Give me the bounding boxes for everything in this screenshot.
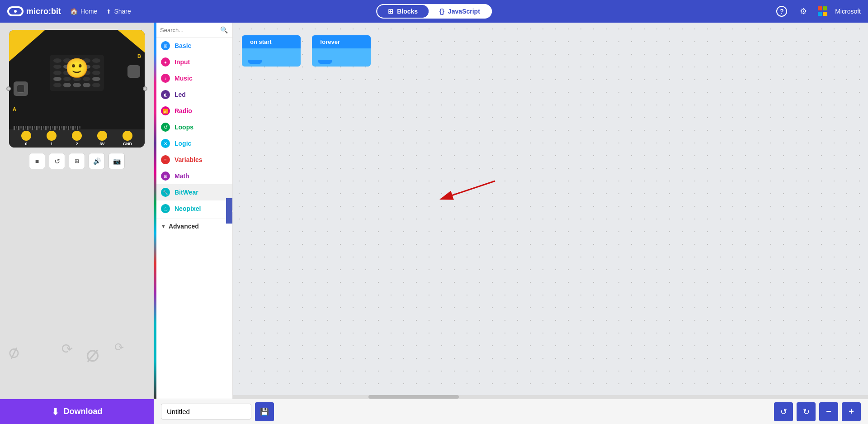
header-right: ? ⚙ Microsoft: [774, 4, 861, 19]
microsoft-label: Microsoft: [835, 8, 861, 15]
download-label: Download: [64, 407, 103, 416]
forever-header: forever: [312, 35, 371, 48]
chevron-down-icon: ▼: [161, 224, 166, 229]
save-icon: 💾: [260, 407, 269, 416]
save-button[interactable]: 💾: [255, 402, 274, 421]
screenshot-button[interactable]: 📷: [108, 153, 125, 169]
music-icon: ♪: [161, 74, 170, 83]
settings-button[interactable]: ⚙: [796, 4, 811, 19]
input-label: Input: [175, 58, 190, 66]
header: micro:bit 🏠 Home ⬆ Share ⊞ Blocks {} Jav…: [0, 0, 868, 23]
button-a[interactable]: [14, 81, 28, 96]
fullscreen-button[interactable]: ⊞: [69, 153, 85, 169]
redo-icon: ↻: [803, 407, 810, 417]
button-b[interactable]: [127, 65, 140, 78]
nav-share[interactable]: ⬆ Share: [106, 8, 131, 15]
forever-block[interactable]: forever: [312, 35, 371, 67]
simulator-controls: ■ ↺ ⊞ 🔊 📷: [29, 153, 125, 169]
pin-gnd: GND: [123, 131, 132, 146]
zoom-out-button[interactable]: −: [819, 402, 838, 421]
help-button[interactable]: ?: [774, 4, 789, 19]
fullscreen-icon: ⊞: [75, 158, 79, 164]
on-start-header: on start: [242, 35, 301, 48]
toolbox-item-math[interactable]: ⊞ Math: [154, 168, 232, 184]
javascript-tab-label: JavaScript: [448, 8, 480, 15]
basic-label: Basic: [175, 42, 191, 49]
stop-button[interactable]: ■: [29, 153, 45, 169]
toolbox-item-loops[interactable]: ↺ Loops: [154, 119, 232, 135]
search-input[interactable]: [160, 27, 217, 33]
loops-label: Loops: [175, 124, 193, 131]
toolbox-item-advanced[interactable]: ▼ Advanced: [154, 219, 232, 233]
label-b: B: [137, 53, 141, 59]
on-start-block[interactable]: on start: [242, 35, 301, 67]
color-bar-indicator: [154, 23, 156, 399]
editor-mode-tabs: ⊞ Blocks {} JavaScript: [376, 4, 492, 19]
logo[interactable]: micro:bit: [7, 6, 61, 16]
home-icon: 🏠: [70, 8, 78, 15]
toolbox-item-variables[interactable]: ≡ Variables: [154, 152, 232, 168]
pin-1: 1: [47, 131, 57, 146]
toolbox-item-input[interactable]: ● Input: [154, 54, 232, 70]
microbit-device: 🙂 A B 0 1 2: [9, 30, 145, 148]
zoom-out-icon: −: [826, 406, 831, 417]
math-label: Math: [175, 172, 189, 180]
toolbox-collapse-button[interactable]: ‹: [226, 198, 233, 224]
screenshot-icon: 📷: [113, 157, 121, 165]
yellow-corner-tr: [118, 30, 145, 52]
restart-icon: ↺: [54, 157, 60, 166]
on-start-notch: [248, 60, 262, 64]
neopixel-label: Neopixel: [175, 205, 201, 212]
toolbox-item-logic[interactable]: ✕ Logic: [154, 135, 232, 152]
javascript-tab-icon: {}: [439, 8, 444, 15]
undo-button[interactable]: ↺: [774, 402, 793, 421]
horizontal-scrollbar[interactable]: [233, 395, 868, 399]
led-display: [50, 55, 104, 91]
yellow-corner-tl: [9, 30, 45, 62]
toolbox-item-led[interactable]: ◐ Led: [154, 86, 232, 103]
right-connector: [143, 86, 147, 91]
pin-2: 2: [72, 131, 82, 146]
bitwear-icon: 🔧: [161, 188, 170, 197]
tab-javascript[interactable]: {} JavaScript: [429, 5, 491, 18]
redo-button[interactable]: ↻: [797, 402, 816, 421]
blocks-canvas[interactable]: on start forever: [233, 23, 868, 399]
blocks-tab-icon: ⊞: [388, 8, 393, 15]
sim-bg-decoration: ⌀ ⟳ ⌀ ⟳: [5, 336, 149, 372]
microsoft-logo[interactable]: [818, 6, 828, 16]
radio-label: Radio: [175, 107, 192, 114]
tab-blocks[interactable]: ⊞ Blocks: [377, 5, 429, 18]
ms-red: [818, 6, 822, 10]
loops-icon: ↺: [161, 123, 170, 132]
volume-button[interactable]: 🔊: [89, 153, 105, 169]
bitwear-label: BitWear: [175, 189, 198, 196]
logic-label: Logic: [175, 140, 191, 147]
radio-icon: 📶: [161, 106, 170, 115]
toolbox-item-bitwear[interactable]: 🔧 BitWear: [154, 184, 232, 200]
led-label: Led: [175, 91, 186, 98]
project-name-input[interactable]: [161, 404, 251, 419]
toolbox-item-music[interactable]: ♪ Music: [154, 70, 232, 86]
nav-home[interactable]: 🏠 Home: [70, 8, 97, 15]
volume-icon: 🔊: [93, 157, 101, 165]
scrollbar-thumb[interactable]: [368, 395, 459, 399]
basic-icon: ⊞: [161, 41, 170, 50]
logo-text: micro:bit: [26, 7, 61, 16]
zoom-in-button[interactable]: +: [842, 402, 861, 421]
search-icon: 🔍: [220, 26, 228, 33]
ms-green: [823, 6, 827, 10]
ms-yellow: [823, 12, 827, 16]
toolbox-item-radio[interactable]: 📶 Radio: [154, 103, 232, 119]
on-start-body: [242, 48, 301, 67]
restart-button[interactable]: ↺: [49, 153, 65, 169]
logic-icon: ✕: [161, 139, 170, 148]
toolbox-item-basic[interactable]: ⊞ Basic: [154, 38, 232, 54]
input-icon: ●: [161, 57, 170, 67]
nav-home-label: Home: [80, 8, 97, 15]
zoom-in-icon: +: [849, 406, 854, 417]
blocks-tab-label: Blocks: [397, 8, 418, 15]
download-button[interactable]: ⬇ Download: [0, 399, 154, 424]
toolbox-item-neopixel[interactable]: ◌ Neopixel: [154, 200, 232, 217]
project-name-area: 💾: [154, 402, 281, 421]
left-connector: [6, 86, 11, 91]
